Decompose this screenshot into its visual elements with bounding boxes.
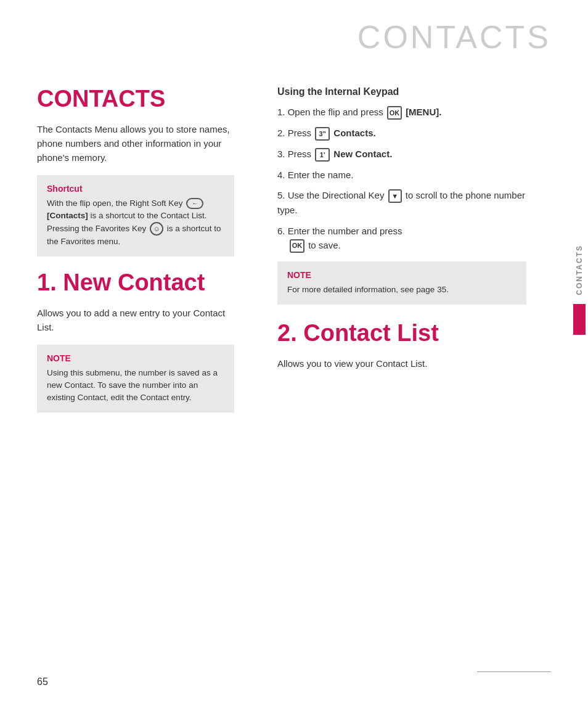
internal-keypad-subheading: Using the Internal Keypad <box>277 86 526 97</box>
step-6-text: 6. Enter the number and press OK to save… <box>277 226 402 250</box>
step-2-text: 2. Press 3" Contacts. <box>277 128 376 138</box>
intro-text: The Contacts Menu allows you to store na… <box>37 122 234 165</box>
step-5-text: 5. Use the Directional Key ▼ to scroll t… <box>277 190 525 215</box>
main-heading: CONTACTS <box>37 86 234 112</box>
left-column: CONTACTS The Contacts Menu allows you to… <box>0 86 259 706</box>
note-box-right: NOTE For more detailed information, see … <box>277 261 526 305</box>
note-text-left: Using this submenu, the number is saved … <box>47 367 224 404</box>
page-number: 65 <box>37 676 48 688</box>
ok-icon-1: OK <box>387 106 402 120</box>
step-3-text: 3. Press 1' New Contact. <box>277 149 392 159</box>
sidebar-tab-text: CONTACTS <box>575 245 584 295</box>
favorites-key-icon: ☺ <box>150 222 163 236</box>
section2-text: Allows you to view your Contact List. <box>277 356 526 371</box>
step-2: 2. Press 3" Contacts. <box>277 126 526 141</box>
right-column: Using the Internal Keypad 1. Open the fl… <box>259 86 588 706</box>
step-1: 1. Open the flip and press OK [MENU]. <box>277 105 526 120</box>
note-label-right: NOTE <box>287 270 517 280</box>
note-box-left: NOTE Using this submenu, the number is s… <box>37 345 234 413</box>
section1-heading: 1. New Contact <box>37 270 234 296</box>
section1-text: Allows you to add a new entry to your Co… <box>37 306 234 335</box>
key-3-icon: 3" <box>315 127 330 141</box>
shortcut-label: Shortcut <box>47 184 224 194</box>
page-header-title: CONTACTS <box>357 18 551 55</box>
note-text-right: For more detailed information, see page … <box>287 284 517 296</box>
sidebar-tab-bar <box>573 304 586 335</box>
step-6: 6. Enter the number and press OK to save… <box>277 224 526 253</box>
steps-list: 1. Open the flip and press OK [MENU]. 2.… <box>277 105 526 253</box>
shortcut-box: Shortcut With the flip open, the Right S… <box>37 175 234 257</box>
directional-key-icon: ▼ <box>388 189 402 203</box>
bottom-line <box>477 671 551 672</box>
step-4-text: 4. Enter the name. <box>277 170 353 180</box>
step-1-text: 1. Open the flip and press OK [MENU]. <box>277 107 441 117</box>
key-1-icon: 1' <box>315 148 330 162</box>
shortcut-text: With the flip open, the Right Soft Key ←… <box>47 197 224 248</box>
contacts-key-label: [Contacts] <box>47 211 88 220</box>
main-content: CONTACTS The Contacts Menu allows you to… <box>0 86 588 706</box>
contacts-key-icon: ← <box>186 198 203 209</box>
step-4: 4. Enter the name. <box>277 168 526 182</box>
section2-heading: 2. Contact List <box>277 321 526 347</box>
ok-icon-2: OK <box>290 239 304 253</box>
step-3: 3. Press 1' New Contact. <box>277 147 526 162</box>
step-5: 5. Use the Directional Key ▼ to scroll t… <box>277 188 526 217</box>
note-label-left: NOTE <box>47 353 224 363</box>
sidebar-tab: CONTACTS <box>571 234 588 345</box>
